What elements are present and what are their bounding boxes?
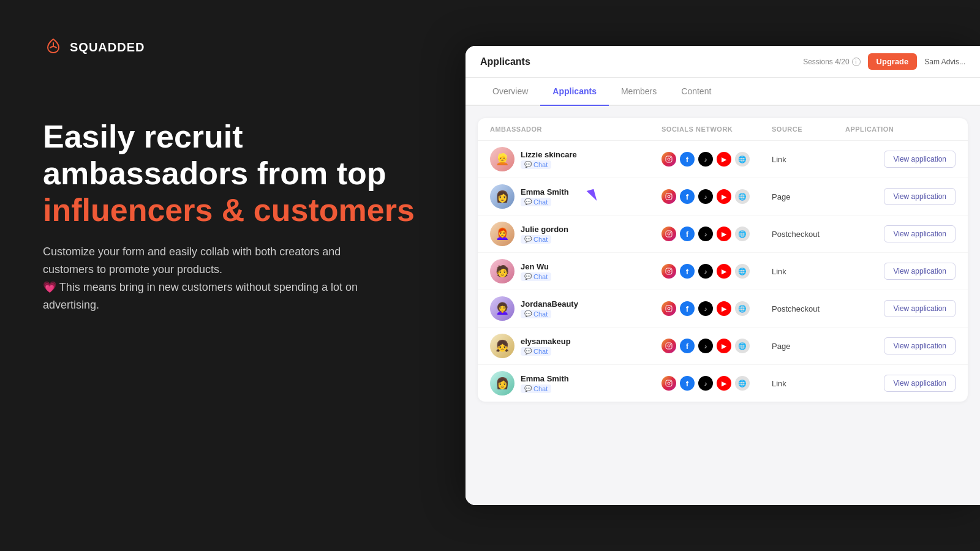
application-cell: View application [845, 188, 956, 205]
svg-point-10 [668, 270, 670, 272]
table-row: 👩 Emma Smith 💬 Chat f ♪ ▶ 🌐 [478, 365, 968, 402]
svg-rect-12 [666, 305, 672, 312]
tiktok-icon[interactable]: ♪ [698, 301, 713, 316]
tiktok-icon[interactable]: ♪ [698, 152, 713, 167]
chat-badge[interactable]: 💬 Chat [521, 272, 551, 281]
chat-icon: 💬 [524, 348, 532, 354]
socials-cell: f ♪ ▶ 🌐 [662, 376, 772, 391]
socials-cell: f ♪ ▶ 🌐 [662, 189, 772, 204]
youtube-icon[interactable]: ▶ [717, 227, 731, 241]
view-application-button[interactable]: View application [884, 188, 956, 205]
svg-point-19 [668, 382, 670, 384]
view-application-button[interactable]: View application [884, 263, 956, 280]
ambassador-info: elysamakeup 💬 Chat [521, 337, 571, 356]
ambassador-name: Lizzie skincare [521, 150, 577, 159]
user-label: Sam Advis... [924, 58, 965, 66]
tiktok-icon[interactable]: ♪ [698, 339, 713, 353]
youtube-icon[interactable]: ▶ [717, 301, 731, 316]
table-body: 👱 Lizzie skincare 💬 Chat f ♪ ▶ 🌐 [478, 141, 968, 402]
web-icon[interactable]: 🌐 [735, 264, 750, 279]
web-icon[interactable]: 🌐 [735, 339, 750, 353]
tab-overview[interactable]: Overview [480, 78, 540, 106]
chat-badge[interactable]: 💬 Chat [521, 160, 551, 169]
chat-badge[interactable]: 💬 Chat [521, 198, 551, 206]
source-cell: Page [772, 342, 845, 351]
ambassador-cell: 🧑 Jen Wu 💬 Chat [490, 259, 662, 283]
view-application-button[interactable]: View application [884, 375, 956, 392]
tiktok-icon[interactable]: ♪ [698, 376, 713, 391]
application-cell: View application [845, 300, 956, 317]
youtube-icon[interactable]: ▶ [717, 152, 731, 167]
tab-members[interactable]: Members [609, 78, 669, 106]
col-source: Source [772, 126, 845, 133]
view-application-button[interactable]: View application [884, 337, 956, 354]
instagram-icon[interactable] [662, 264, 676, 279]
chat-label: Chat [533, 273, 548, 280]
table-header: AMBASSADOR Socials Network Source Applic… [478, 118, 968, 141]
chat-badge[interactable]: 💬 Chat [521, 235, 551, 244]
ambassador-name: elysamakeup [521, 337, 571, 346]
info-icon: i [852, 58, 861, 66]
svg-point-1 [668, 158, 670, 160]
facebook-icon[interactable]: f [680, 189, 695, 204]
tiktok-icon[interactable]: ♪ [698, 189, 713, 204]
upgrade-button[interactable]: Upgrade [868, 53, 918, 70]
facebook-icon[interactable]: f [680, 227, 695, 241]
view-application-button[interactable]: View application [884, 225, 956, 242]
socials-cell: f ♪ ▶ 🌐 [662, 339, 772, 353]
sessions-label: Sessions 4/20 [803, 58, 849, 66]
avatar: 👧 [490, 334, 514, 358]
chat-icon: 💬 [524, 161, 532, 168]
web-icon[interactable]: 🌐 [735, 301, 750, 316]
application-cell: View application [845, 263, 956, 280]
facebook-icon[interactable]: f [680, 152, 695, 167]
tiktok-icon[interactable]: ♪ [698, 264, 713, 279]
web-icon[interactable]: 🌐 [735, 189, 750, 204]
tab-content[interactable]: Content [669, 78, 723, 106]
instagram-icon[interactable] [662, 189, 676, 204]
youtube-icon[interactable]: ▶ [717, 339, 731, 353]
ambassador-name: Julie gordon [521, 225, 568, 234]
chat-label: Chat [533, 348, 548, 355]
svg-point-11 [670, 269, 671, 271]
instagram-icon[interactable] [662, 376, 676, 391]
application-cell: View application [845, 337, 956, 354]
application-cell: View application [845, 151, 956, 168]
instagram-icon[interactable] [662, 339, 676, 353]
instagram-icon[interactable] [662, 227, 676, 241]
web-icon[interactable]: 🌐 [735, 227, 750, 241]
web-icon[interactable]: 🌐 [735, 376, 750, 391]
chat-icon: 💬 [524, 310, 532, 317]
facebook-icon[interactable]: f [680, 301, 695, 316]
svg-point-14 [670, 307, 671, 308]
chat-badge[interactable]: 💬 Chat [521, 310, 551, 318]
ambassador-cell: 👧 elysamakeup 💬 Chat [490, 334, 662, 358]
col-socials: Socials Network [662, 126, 772, 133]
source-cell: Link [772, 379, 845, 388]
svg-rect-15 [666, 343, 672, 349]
svg-point-13 [668, 307, 670, 310]
chat-badge[interactable]: 💬 Chat [521, 384, 551, 393]
view-application-button[interactable]: View application [884, 151, 956, 168]
application-cell: View application [845, 375, 956, 392]
youtube-icon[interactable]: ▶ [717, 264, 731, 279]
web-icon[interactable]: 🌐 [735, 152, 750, 167]
ambassador-info: Lizzie skincare 💬 Chat [521, 150, 577, 169]
youtube-icon[interactable]: ▶ [717, 376, 731, 391]
facebook-icon[interactable]: f [680, 376, 695, 391]
tab-applicants[interactable]: Applicants [540, 78, 609, 106]
instagram-icon[interactable] [662, 301, 676, 316]
ambassador-name: Jen Wu [521, 262, 551, 271]
facebook-icon[interactable]: f [680, 339, 695, 353]
view-application-button[interactable]: View application [884, 300, 956, 317]
socials-cell: f ♪ ▶ 🌐 [662, 301, 772, 316]
chat-badge[interactable]: 💬 Chat [521, 347, 551, 356]
facebook-icon[interactable]: f [680, 264, 695, 279]
youtube-icon[interactable]: ▶ [717, 189, 731, 204]
table-row: 👧 elysamakeup 💬 Chat f ♪ ▶ 🌐 [478, 328, 968, 365]
chat-label: Chat [533, 161, 548, 168]
instagram-icon[interactable] [662, 152, 676, 167]
ambassador-info: Emma Smith 💬 Chat [521, 374, 569, 393]
tiktok-icon[interactable]: ♪ [698, 227, 713, 241]
topbar: Applicants Sessions 4/20 i Upgrade Sam A… [466, 46, 980, 78]
